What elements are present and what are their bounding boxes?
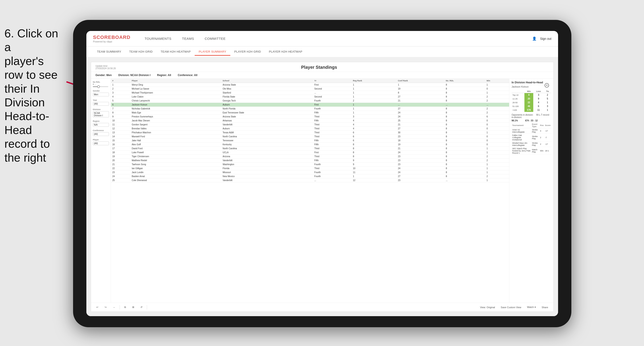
cell-reg: 10 bbox=[352, 167, 397, 171]
save-custom-button[interactable]: Save Custom View bbox=[499, 305, 523, 310]
cell-win: 1 bbox=[485, 171, 509, 174]
cell-school: East Tennessee State bbox=[221, 111, 313, 115]
no-rds-slider[interactable] bbox=[93, 86, 108, 87]
cell-rds: 8 bbox=[444, 131, 485, 135]
cell-yr: ... bbox=[313, 178, 352, 182]
view-original-button[interactable]: View: Original bbox=[478, 305, 497, 310]
top-nav: SCOREBOARD Powered by clippi TOURNAMENTS… bbox=[86, 31, 558, 46]
table-row[interactable]: 15 Jake Hall Tennessee Fifth 6 18 8 0 bbox=[111, 139, 509, 143]
table-header-row: # Player School Yr Reg Rank Conf Rank No… bbox=[111, 79, 509, 83]
table-row[interactable]: 16 Alex Goff Kentucky Fifth 8 19 8 0 bbox=[111, 143, 509, 147]
cell-school: Ole Miss bbox=[221, 87, 313, 91]
table-row[interactable]: 24 Bastien Amat New Mexico Fourth 1 27 8… bbox=[111, 174, 509, 178]
table-row[interactable]: 1 Wenyi Ding Arizona State First 1 1 8 1 bbox=[111, 83, 509, 87]
table-row[interactable]: 22 Ian Gilligan Florida Third 10 24 8 1 bbox=[111, 167, 509, 171]
cell-yr: Third bbox=[313, 167, 352, 171]
sign-out-button[interactable]: Sign out bbox=[540, 37, 552, 40]
table-row[interactable]: 11 Gordon Sargent Vanderbilt Third 4 21 … bbox=[111, 123, 509, 127]
table-row[interactable]: 23 Jack Lundin Missouri Fourth 11 24 8 1 bbox=[111, 171, 509, 174]
h2h-table-row: 51-100 46 6 3 bbox=[512, 104, 551, 108]
table-row[interactable]: 13 Phichakun Maichon Texas A&M Third 6 3… bbox=[111, 131, 509, 135]
table-row[interactable]: 5 Christo Lamprecht Georgia Tech Fourth … bbox=[111, 99, 509, 103]
table-row[interactable]: 7 Nicholas Gabrelcik North Florida Fourt… bbox=[111, 107, 509, 111]
cell-conf: 1 bbox=[397, 83, 444, 87]
table-row[interactable]: 14 Maxwell Ford North Carolina Third 6 2… bbox=[111, 135, 509, 139]
tournament-row: Amer Ari Intercollegiate Stroke Play 4 -… bbox=[512, 128, 551, 134]
t-name: SEC Match Play hosted by Jerry Pate Roun… bbox=[512, 147, 531, 155]
undo-button[interactable]: ↩ bbox=[94, 305, 100, 310]
h2h-close-button[interactable]: ✕ bbox=[544, 83, 549, 88]
table-row[interactable]: 25 Cole Sherwood Vanderbilt ... 12 23 ..… bbox=[111, 178, 509, 182]
region-select[interactable]: N/A bbox=[93, 123, 109, 127]
cell-school: Stanford bbox=[221, 91, 313, 95]
gender-select[interactable]: Men bbox=[93, 93, 109, 96]
table-row[interactable]: 2 Michael La Sasse Ole Miss Second 1 19 … bbox=[111, 87, 509, 91]
cell-reg: 8 bbox=[352, 143, 397, 147]
t-col-score: Score bbox=[544, 123, 551, 128]
toolbar-sep-2 bbox=[147, 305, 147, 310]
table-row[interactable]: 8 Mats Ege East Tennessee State Fifth 1 … bbox=[111, 111, 509, 115]
nav-tournaments[interactable]: TOURNAMENTS bbox=[139, 35, 177, 42]
cell-reg: 9 bbox=[352, 159, 397, 163]
table-row[interactable]: 12 Brendan Valles Auburn Third 4 27 8 0 bbox=[111, 127, 509, 131]
cell-rds: 8 bbox=[444, 123, 485, 127]
cell-rds: 8 bbox=[444, 119, 485, 123]
cell-rank: 15 bbox=[111, 139, 130, 143]
h2h-stats-table: Win Loss Tie Top 10 8 3 2 11-25 20 9 5 bbox=[512, 90, 551, 112]
cell-school: Missouri bbox=[221, 171, 313, 174]
sidebar-conference: Conference (All) bbox=[93, 129, 109, 136]
t-score: -17 bbox=[544, 142, 551, 147]
cell-conf: 19 bbox=[397, 143, 444, 147]
tab-team-h2h-heatmap[interactable]: TEAM H2H HEATMAP bbox=[156, 48, 195, 56]
table-row[interactable]: 19 Tiger Christensen Arizona Third 8 23 … bbox=[111, 155, 509, 159]
h2h-opponents-row: Opponents in division: W-L-T record in-d… bbox=[512, 114, 551, 122]
cell-player: Christo Lamprecht bbox=[130, 99, 221, 103]
forward-button[interactable]: → bbox=[111, 305, 117, 310]
table-row[interactable]: 10 Jacob Mac Diesen Arkansas Fifth 4 25 … bbox=[111, 119, 509, 123]
copy-button[interactable]: ⧉ bbox=[122, 305, 128, 310]
tab-player-h2h-grid[interactable]: PLAYER H2H GRID bbox=[230, 48, 265, 56]
cell-rank: 13 bbox=[111, 131, 130, 135]
cell-player: Bastien Amat bbox=[130, 174, 221, 178]
tab-player-summary[interactable]: PLAYER SUMMARY bbox=[195, 48, 230, 56]
year-select[interactable]: (All) bbox=[93, 102, 109, 106]
cell-player: Wenyi Ding bbox=[130, 83, 221, 87]
table-row[interactable]: 18 Luke Powell UCLA First 8 24 8 1 bbox=[111, 151, 509, 155]
table-row[interactable]: 3 Michael Thorbjornsen Stanford ... 1 8 … bbox=[111, 91, 509, 95]
watch-button[interactable]: Watch ▾ bbox=[525, 305, 538, 310]
h2h-tie: 2 bbox=[544, 93, 551, 97]
nav-teams[interactable]: TEAMS bbox=[177, 35, 199, 42]
cell-yr: Fifth bbox=[313, 111, 352, 115]
cell-reg: 1 bbox=[352, 103, 397, 107]
refresh-button[interactable]: ↺ bbox=[139, 305, 144, 310]
table-row[interactable]: 17 David Ford North Carolina Third 8 21 … bbox=[111, 147, 509, 151]
h2h-tie: 1 bbox=[544, 108, 551, 112]
conference-select[interactable]: (All) bbox=[93, 132, 109, 136]
cell-win: 2 bbox=[485, 174, 509, 178]
table-row[interactable]: 9 Preston Summerhays Arizona State Third… bbox=[111, 115, 509, 119]
opponents-value: 98.1% bbox=[512, 119, 518, 122]
tab-team-summary[interactable]: TEAM SUMMARY bbox=[93, 48, 125, 56]
tab-player-h2h-heatmap[interactable]: PLAYER H2H HEATMAP bbox=[265, 48, 306, 56]
redo-button[interactable]: ↪ bbox=[103, 305, 108, 310]
tab-team-h2h-grid[interactable]: TEAM H2H GRID bbox=[125, 48, 157, 56]
cell-rds: ... bbox=[444, 178, 485, 182]
cell-rank: 22 bbox=[111, 167, 130, 171]
col-school: School bbox=[221, 79, 313, 83]
paste-button[interactable]: ⊞ bbox=[130, 305, 136, 310]
division-select[interactable]: NCAA Division I bbox=[93, 111, 109, 117]
cell-school: Florida State bbox=[221, 95, 313, 99]
cell-player: Michael La Sasse bbox=[130, 87, 221, 91]
table-row[interactable]: 20 Matthew Riedel Vanderbilt Fifth 9 23 … bbox=[111, 159, 509, 163]
nav-committee[interactable]: COMMITTEE bbox=[199, 35, 231, 42]
table-row[interactable]: 4 Luke Claton Florida State Second 1 27 … bbox=[111, 95, 509, 99]
table-row[interactable]: 21 Taehoon Song Washington Fourth 9 23 8… bbox=[111, 163, 509, 167]
cell-reg: 8 bbox=[352, 147, 397, 151]
t-score: -7 bbox=[544, 134, 551, 142]
table-row[interactable]: 6 Jackson Koivun Auburn First 1 ... ... … bbox=[111, 103, 509, 107]
cell-conf: 21 bbox=[397, 99, 444, 103]
share-button[interactable]: Share bbox=[540, 305, 550, 310]
player-select[interactable]: (All) bbox=[93, 142, 109, 145]
filter-region: Region: All bbox=[157, 74, 171, 77]
h2h-loss: 4 bbox=[533, 101, 544, 104]
